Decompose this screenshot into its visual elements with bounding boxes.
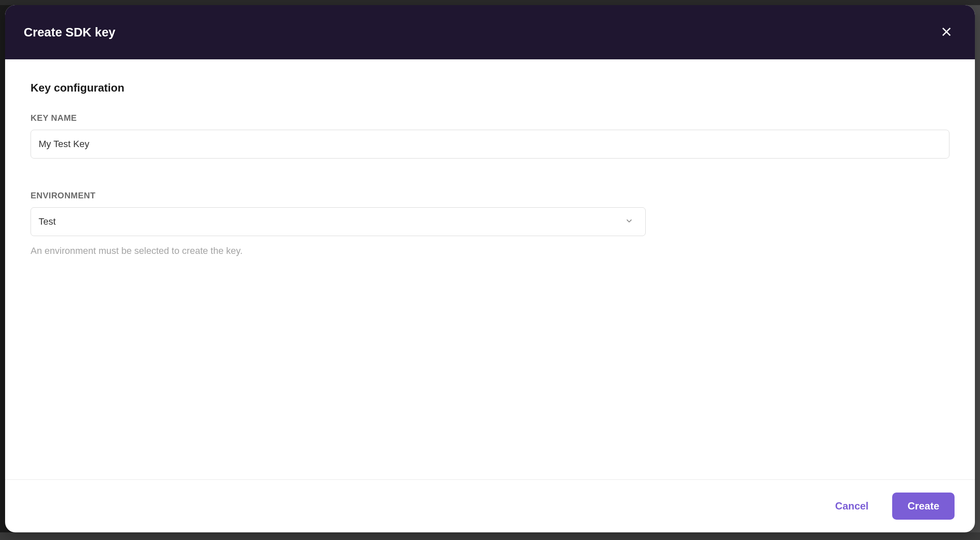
backdrop-topbar: [0, 0, 980, 5]
section-title: Key configuration: [31, 81, 949, 95]
key-name-label: KEY NAME: [31, 113, 949, 123]
environment-label: ENVIRONMENT: [31, 191, 949, 200]
close-button[interactable]: [937, 22, 956, 43]
environment-helper-text: An environment must be selected to creat…: [31, 245, 949, 256]
environment-select-wrapper: Test: [31, 207, 646, 236]
cancel-button[interactable]: Cancel: [825, 493, 879, 519]
modal-header: Create SDK key: [5, 5, 975, 59]
create-sdk-key-modal: Create SDK key Key configuration KEY NAM…: [5, 5, 975, 532]
key-name-input[interactable]: [31, 130, 949, 159]
backdrop-bottom: [0, 532, 980, 540]
modal-body: Key configuration KEY NAME ENVIRONMENT T…: [5, 59, 975, 479]
modal-title: Create SDK key: [24, 25, 115, 39]
close-icon: [940, 25, 953, 39]
key-name-group: KEY NAME: [31, 113, 949, 159]
modal-footer: Cancel Create: [5, 479, 975, 532]
create-button[interactable]: Create: [892, 493, 955, 520]
environment-select[interactable]: Test: [31, 207, 646, 236]
environment-group: ENVIRONMENT Test An environment must be …: [31, 191, 949, 256]
